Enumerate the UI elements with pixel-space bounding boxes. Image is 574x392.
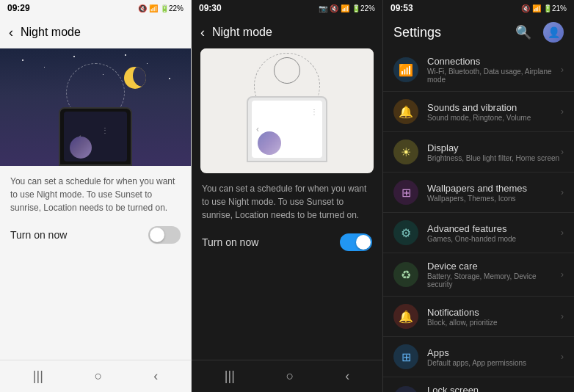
wallpapers-title: Wallpapers and themes <box>427 183 561 194</box>
page-title-2: Night mode <box>212 26 272 39</box>
advanced-text: Advanced features Games, One-handed mode <box>427 223 561 243</box>
globe-light-icon <box>258 131 281 155</box>
advanced-subtitle: Games, One-handed mode <box>427 235 561 243</box>
panel-dark-night-mode: 09:30 📷 🔇 📶 🔋22% ‹ Night mode ‹ ⋮ <box>192 0 383 392</box>
phone-menu-light: ⋮ <box>310 108 318 116</box>
settings-item-notifications[interactable]: 🔔 Notifications Block, allow, prioritize… <box>383 297 574 337</box>
apps-text: Apps Default apps, App permissions <box>427 347 561 367</box>
notifications-icon: 🔔 <box>393 304 418 329</box>
phone-preview: ‹ ⋮ <box>59 107 132 166</box>
display-icon: ☀ <box>393 139 418 164</box>
nav-recent-2[interactable]: ||| <box>225 369 235 384</box>
hero-dark: ‹ ⋮ <box>0 48 191 166</box>
notifications-chevron: › <box>561 311 564 322</box>
settings-list: 📶 Connections Wi-Fi, Bluetooth, Data usa… <box>383 48 574 392</box>
device-care-text: Device care Battery, Storage, Memory, De… <box>427 261 561 288</box>
connections-title: Connections <box>427 56 561 67</box>
settings-item-device-care[interactable]: ♻ Device care Battery, Storage, Memory, … <box>383 253 574 297</box>
nav-recent-1[interactable]: ||| <box>33 369 43 384</box>
sounds-title: Sounds and vibration <box>427 102 561 113</box>
apps-title: Apps <box>427 347 561 358</box>
settings-item-sounds[interactable]: 🔔 Sounds and vibration Sound mode, Ringt… <box>383 92 574 132</box>
advanced-title: Advanced features <box>427 223 561 234</box>
avatar[interactable]: 👤 <box>543 22 564 43</box>
phone-menu-icon: ⋮ <box>101 126 109 134</box>
top-bar-2: ‹ Night mode <box>192 16 382 48</box>
wallpapers-icon: ⊞ <box>393 180 418 205</box>
settings-title: Settings <box>393 25 441 40</box>
sounds-text: Sounds and vibration Sound mode, Rington… <box>427 102 561 122</box>
connections-text: Connections Wi-Fi, Bluetooth, Data usage… <box>427 56 561 84</box>
bottom-nav-2: ||| ○ ‹ <box>192 360 382 392</box>
advanced-chevron: › <box>561 228 564 238</box>
toggle-row-1: Turn on now <box>10 226 181 244</box>
time-2: 09:30 <box>199 3 222 13</box>
nav-back-2[interactable]: ‹ <box>345 369 349 384</box>
wallpapers-text: Wallpapers and themes Wallpapers, Themes… <box>427 183 561 203</box>
wallpapers-chevron: › <box>561 187 564 197</box>
sounds-subtitle: Sound mode, Ringtone, Volume <box>427 114 561 122</box>
toggle-thumb-1 <box>150 228 164 242</box>
time-1: 09:29 <box>7 3 30 13</box>
content-area-2: You can set a schedule for when you want… <box>192 173 382 360</box>
top-bar-1: ‹ Night mode <box>0 16 191 48</box>
status-icons-1: 🔇 📶 🔋22% <box>138 4 184 12</box>
settings-item-display[interactable]: ☀ Display Brightness, Blue light filter,… <box>383 132 574 173</box>
toggle-label-2: Turn on now <box>202 236 258 248</box>
device-care-subtitle: Battery, Storage, Memory, Device securit… <box>427 272 561 288</box>
settings-item-apps[interactable]: ⊞ Apps Default apps, App permissions › <box>383 337 574 377</box>
device-care-icon: ♻ <box>393 262 418 287</box>
toggle-label-1: Turn on now <box>10 229 67 241</box>
page-title-1: Night mode <box>21 26 81 39</box>
nav-home-1[interactable]: ○ <box>95 369 103 384</box>
panel-light-night-mode: 09:29 🔇 📶 🔋22% ‹ Night mode <box>0 0 192 392</box>
globe-icon <box>70 137 92 159</box>
settings-header: Settings 🔍 👤 <box>383 16 574 48</box>
time-3: 09:53 <box>390 3 413 13</box>
wallpapers-subtitle: Wallpapers, Themes, Icons <box>427 195 561 203</box>
bottom-nav-1: ||| ○ ‹ <box>0 360 191 392</box>
content-area-1: You can set a schedule for when you want… <box>0 166 191 360</box>
status-icons-3: 🔇 📶 🔋21% <box>521 4 567 12</box>
apps-icon: ⊞ <box>393 344 418 369</box>
settings-item-wallpapers[interactable]: ⊞ Wallpapers and themes Wallpapers, Them… <box>383 173 574 213</box>
settings-item-connections[interactable]: 📶 Connections Wi-Fi, Bluetooth, Data usa… <box>383 48 574 92</box>
advanced-icon: ⚙ <box>393 220 418 245</box>
settings-header-icons: 🔍 👤 <box>515 22 564 43</box>
status-icons-2: 📷 🔇 📶 🔋22% <box>319 4 375 12</box>
apps-subtitle: Default apps, App permissions <box>427 359 561 367</box>
settings-item-advanced[interactable]: ⚙ Advanced features Games, One-handed mo… <box>383 213 574 253</box>
toggle-thumb-2 <box>356 235 371 250</box>
hero-area-2: ‹ ⋮ <box>200 48 374 173</box>
status-bar-1: 09:29 🔇 📶 🔋22% <box>0 0 191 16</box>
nav-back-1[interactable]: ‹ <box>153 369 158 384</box>
moon-icon <box>124 67 150 89</box>
sounds-icon: 🔔 <box>393 99 418 124</box>
phone-left-arrow-light: ‹ <box>256 124 259 134</box>
description-1: You can set a schedule for when you want… <box>10 175 181 214</box>
display-subtitle: Brightness, Blue light filter, Home scre… <box>427 154 561 162</box>
panel-settings: 09:53 🔇 📶 🔋21% Settings 🔍 👤 📶 Connection… <box>383 0 574 392</box>
status-bar-2: 09:30 📷 🔇 📶 🔋22% <box>192 0 382 16</box>
phone-preview-light: ‹ ⋮ <box>247 96 327 162</box>
description-2: You can set a schedule for when you want… <box>202 182 372 222</box>
settings-item-lock-screen[interactable]: 🔒 Lock screen Screen lock type, Always O… <box>383 377 574 392</box>
connections-icon: 📶 <box>393 57 418 82</box>
display-text: Display Brightness, Blue light filter, H… <box>427 142 561 162</box>
display-chevron: › <box>561 147 564 157</box>
lock-screen-icon: 🔒 <box>393 386 418 392</box>
notifications-text: Notifications Block, allow, prioritize <box>427 307 561 327</box>
status-bar-3: 09:53 🔇 📶 🔋21% <box>383 0 574 16</box>
notifications-title: Notifications <box>427 307 561 318</box>
search-icon[interactable]: 🔍 <box>515 24 531 40</box>
back-button-2[interactable]: ‹ <box>200 25 205 40</box>
toggle-row-2: Turn on now <box>202 233 372 251</box>
toggle-switch-1[interactable] <box>148 226 181 244</box>
sounds-chevron: › <box>561 106 564 117</box>
notifications-subtitle: Block, allow, prioritize <box>427 319 561 327</box>
toggle-switch-2[interactable] <box>340 233 372 251</box>
apps-chevron: › <box>561 352 564 362</box>
back-button-1[interactable]: ‹ <box>9 25 13 40</box>
hero-light: ‹ ⋮ <box>200 48 374 162</box>
nav-home-2[interactable]: ○ <box>286 369 294 384</box>
